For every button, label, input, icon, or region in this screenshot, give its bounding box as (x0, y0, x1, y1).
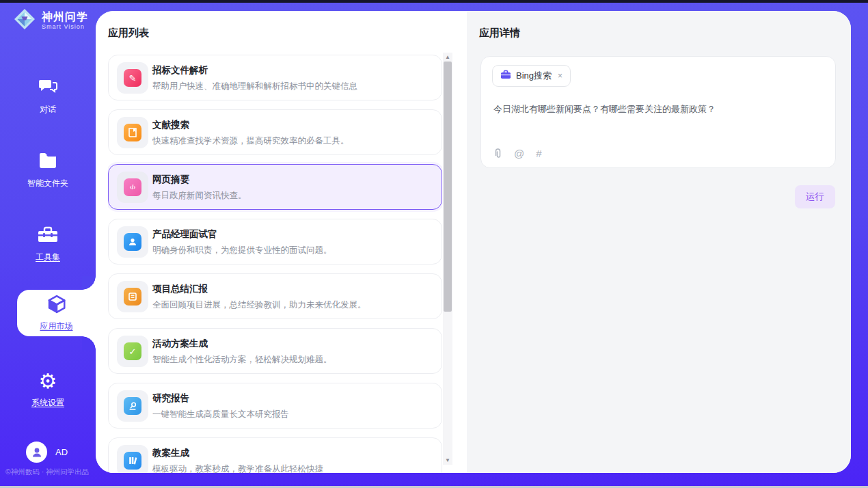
sidebar-item-label: 智能文件夹 (27, 178, 68, 189)
lesson-books-icon (124, 452, 141, 470)
app-icon-box (117, 281, 148, 312)
app-name: 活动方案生成 (152, 338, 208, 350)
app-card-event-plan[interactable]: ✓ 活动方案生成 智能生成个性化活动方案，轻松解决规划难题。 (108, 328, 442, 374)
app-card-literature-search[interactable]: 文献搜索 快速精准查找学术资源，提高研究效率的必备工具。 (108, 109, 442, 155)
app-icon-box (117, 226, 148, 258)
list-scrollbar[interactable]: ▲ ▼ (443, 53, 452, 465)
close-icon[interactable]: × (558, 71, 562, 81)
plan-clipboard-check-icon: ✓ (124, 342, 141, 360)
brand-name: 神州问学 (42, 11, 88, 23)
sidebar-item-smart-folder[interactable]: 智能文件夹 (0, 152, 96, 189)
paperclip-icon[interactable] (493, 148, 502, 159)
content-area: 应用列表 ✎ 招标文件解析 帮助用户快速、准确地理解和解析招标书中的关键信息 (96, 11, 851, 473)
app-icon-box (117, 445, 148, 473)
sidebar-item-app-market[interactable]: 应用市场 (17, 290, 96, 336)
app-name: 文献搜索 (152, 119, 189, 131)
avatar (26, 442, 47, 463)
sidebar-item-label: 对话 (40, 104, 56, 116)
user-initials: AD (55, 447, 68, 457)
app-desc: 快速精准查找学术资源，提高研究效率的必备工具。 (152, 135, 433, 147)
folder-icon (38, 152, 58, 172)
app-icon-box: ‹/› (117, 172, 148, 203)
app-icon-box (117, 117, 148, 148)
scrollbar-thumb[interactable] (444, 62, 452, 312)
app-icon-box: ✓ (117, 336, 148, 367)
user-account[interactable]: AD (26, 442, 68, 463)
copyright-footer: ©神州数码 · 神州问学出品 (5, 467, 89, 477)
sidebar-item-label: 应用市场 (40, 321, 73, 332)
app-name: 教案生成 (152, 447, 189, 459)
app-detail-title: 应用详情 (479, 27, 520, 40)
avatar-person-icon (31, 446, 43, 459)
app-icon-box (117, 390, 148, 422)
app-name: 研究报告 (152, 392, 189, 405)
app-name: 网页摘要 (152, 174, 189, 186)
app-card-pm-interviewer[interactable]: 产品经理面试官 明确身份和职责，为您提供专业性的面试问题。 (108, 219, 442, 265)
research-microscope-icon (124, 397, 141, 415)
app-name: 招标文件解析 (152, 64, 208, 77)
app-desc: 模板驱动，教案秒成，教学准备从此轻松快捷 (152, 463, 433, 473)
app-desc: 一键智能生成高质量长文本研究报告 (152, 409, 433, 420)
app-list-title: 应用列表 (108, 27, 149, 40)
composer-toolbar: @ # (493, 148, 542, 159)
at-icon[interactable]: @ (514, 148, 524, 159)
app-desc: 帮助用户快速、准确地理解和解析招标书中的关键信息 (152, 81, 433, 92)
diamond-logo-icon (12, 7, 37, 34)
sidebar: 神州问学 Smart Vision 对话 智能文件夹 (0, 0, 96, 483)
toolbox-icon (38, 226, 58, 246)
webpage-code-icon: ‹/› (124, 178, 141, 196)
sidebar-item-chat[interactable]: 对话 (0, 77, 96, 116)
scroll-down-icon[interactable]: ▼ (443, 456, 452, 465)
app-list: ✎ 招标文件解析 帮助用户快速、准确地理解和解析招标书中的关键信息 (108, 55, 442, 473)
app-desc: 每日政府新闻资讯快查。 (152, 190, 433, 202)
app-card-lesson-plan[interactable]: 教案生成 模板驱动，教案秒成，教学准备从此轻松快捷 (108, 437, 442, 473)
cube-icon (46, 294, 67, 317)
brand-subtitle: Smart Vision (42, 23, 88, 30)
app-card-research-report[interactable]: 研究报告 一键智能生成高质量长文本研究报告 (108, 383, 442, 429)
app-desc: 明确身份和职责，为您提供专业性的面试问题。 (152, 245, 433, 256)
query-composer[interactable]: Bing搜索 × 今日湖北有哪些新闻要点？有哪些需要关注的最新政策？ @ # (480, 56, 836, 168)
tool-tag-label: Bing搜索 (516, 70, 552, 82)
active-tab-curve-top (82, 276, 96, 290)
chat-icon (38, 77, 58, 98)
brand-logo: 神州问学 Smart Vision (12, 7, 88, 34)
app-window: 神州问学 Smart Vision 对话 智能文件夹 (0, 0, 868, 488)
sidebar-item-toolset[interactable]: 工具集 (0, 226, 96, 263)
app-list-panel: 应用列表 ✎ 招标文件解析 帮助用户快速、准确地理解和解析招标书中的关键信息 (96, 11, 467, 473)
app-desc: 智能生成个性化活动方案，轻松解决规划难题。 (152, 354, 433, 366)
app-name: 产品经理面试官 (152, 228, 217, 241)
run-button[interactable]: 运行 (795, 185, 835, 208)
gear-icon: ⚙ (39, 371, 57, 392)
query-input[interactable]: 今日湖北有哪些新闻要点？有哪些需要关注的最新政策？ (493, 103, 822, 116)
app-card-project-summary[interactable]: 项目总结汇报 全面回顾项目进展，总结经验教训，助力未来优化发展。 (108, 273, 442, 319)
app-detail-panel: 应用详情 Bing搜索 × 今日湖北有哪些新闻要点？有哪些需要关注的最新政策？ (467, 11, 851, 473)
interviewer-person-icon (124, 233, 141, 251)
sidebar-item-label: 工具集 (36, 252, 60, 263)
sidebar-item-label: 系统设置 (31, 397, 64, 409)
summary-notepad-icon (124, 288, 141, 306)
sidebar-item-settings[interactable]: ⚙ 系统设置 (0, 371, 96, 409)
active-tab-curve-bottom (82, 336, 96, 350)
app-desc: 全面回顾项目进展，总结经验教训，助力未来优化发展。 (152, 299, 433, 311)
tender-doc-pen-icon: ✎ (124, 69, 141, 87)
literature-book-icon (124, 124, 141, 141)
app-name: 项目总结汇报 (152, 283, 208, 295)
scroll-up-icon[interactable]: ▲ (443, 53, 452, 62)
app-icon-box: ✎ (117, 62, 148, 94)
tool-tag-bing-search[interactable]: Bing搜索 × (492, 65, 571, 87)
briefcase-icon (500, 70, 511, 82)
app-card-tender-doc[interactable]: ✎ 招标文件解析 帮助用户快速、准确地理解和解析招标书中的关键信息 (108, 55, 442, 100)
app-card-webpage-summary[interactable]: ‹/› 网页摘要 每日政府新闻资讯快查。 (108, 164, 442, 210)
hash-icon[interactable]: # (536, 148, 541, 159)
